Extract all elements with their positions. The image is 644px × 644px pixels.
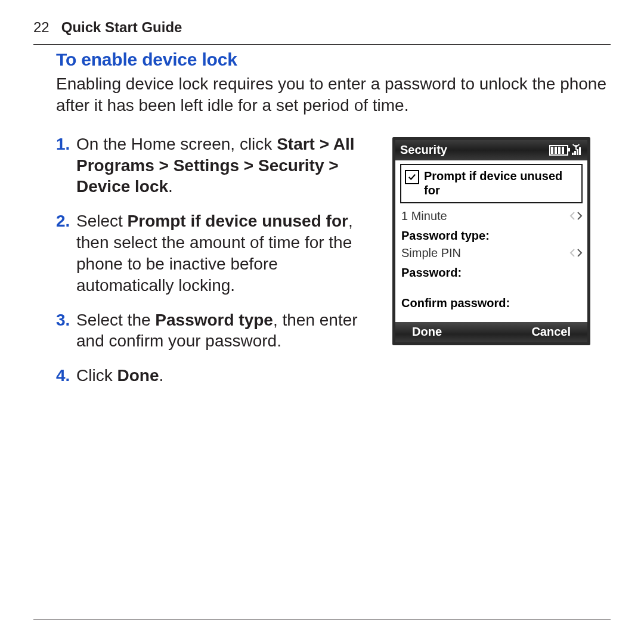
left-right-arrows-icon[interactable] xyxy=(569,212,583,220)
left-right-arrows-icon[interactable] xyxy=(569,249,583,257)
step-2: 2. Select Prompt if device unused for, t… xyxy=(56,210,378,296)
step-3: 3. Select the Password type, then enter … xyxy=(56,309,378,352)
step-number: 2. xyxy=(56,210,76,296)
checkbox-checked-icon[interactable] xyxy=(405,170,419,184)
confirm-password-field[interactable] xyxy=(400,311,583,316)
steps-list: 1. On the Home screen, click Start > All… xyxy=(56,134,378,400)
prompt-label: Prompt if device unused for xyxy=(424,169,578,197)
idle-time-selector[interactable]: 1 Minute xyxy=(400,207,583,225)
password-field[interactable] xyxy=(400,281,583,293)
section-intro: Enabling device lock requires you to ent… xyxy=(56,73,611,117)
page-number: 22 xyxy=(33,19,49,35)
password-type-label: Password type: xyxy=(400,225,583,244)
password-type-value: Simple PIN xyxy=(401,246,461,260)
step-number: 4. xyxy=(56,365,76,386)
password-label: Password: xyxy=(400,262,583,281)
step-1: 1. On the Home screen, click Start > All… xyxy=(56,134,378,197)
phone-softkey-bar: Done Cancel xyxy=(395,322,587,342)
password-type-selector[interactable]: Simple PIN xyxy=(400,244,583,262)
signal-icon xyxy=(572,145,583,155)
rule-bottom xyxy=(33,620,611,620)
step-number: 3. xyxy=(56,309,76,352)
section-title: To enable device lock xyxy=(56,49,611,70)
prompt-if-unused-row[interactable]: Prompt if device unused for xyxy=(400,164,583,203)
step-4: 4. Click Done. xyxy=(56,365,378,386)
confirm-password-label: Confirm password: xyxy=(400,293,583,311)
phone-titlebar: Security xyxy=(395,140,587,160)
phone-screen-title: Security xyxy=(400,143,549,157)
idle-time-value: 1 Minute xyxy=(401,209,447,223)
softkey-cancel[interactable]: Cancel xyxy=(531,325,571,339)
step-number: 1. xyxy=(56,134,76,197)
rule-top xyxy=(33,44,611,45)
running-header: 22 Quick Start Guide xyxy=(33,19,611,38)
document-title: Quick Start Guide xyxy=(61,19,182,35)
phone-screenshot: Security Prompt if device unused for xyxy=(392,137,590,345)
softkey-done[interactable]: Done xyxy=(412,325,442,339)
battery-icon xyxy=(549,145,568,156)
